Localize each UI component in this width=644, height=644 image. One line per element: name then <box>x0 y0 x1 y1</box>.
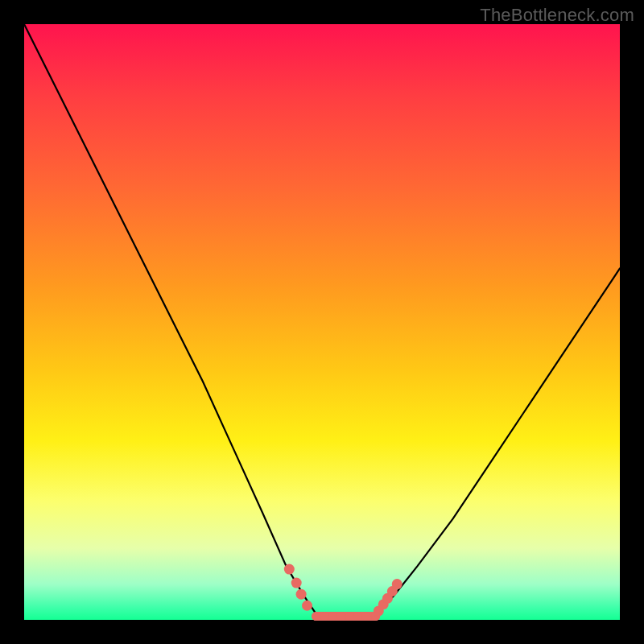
data-marker <box>312 612 320 621</box>
data-marker <box>371 612 380 621</box>
data-marker <box>345 612 354 621</box>
plot-area <box>24 24 620 620</box>
data-marker <box>328 612 337 621</box>
data-marker <box>353 612 362 621</box>
chart-frame: TheBottleneck.com <box>0 0 644 644</box>
data-marker <box>361 612 370 621</box>
curves-svg <box>24 24 620 620</box>
watermark-text: TheBottleneck.com <box>480 5 634 26</box>
data-marker <box>284 564 295 575</box>
data-marker <box>302 601 312 611</box>
markers-right-cluster <box>374 579 402 616</box>
data-marker <box>291 578 302 588</box>
data-marker <box>392 579 402 589</box>
left-branch-curve <box>24 24 316 614</box>
data-marker <box>320 612 328 621</box>
markers-left-cluster <box>284 564 312 611</box>
data-marker <box>336 612 345 621</box>
right-branch-curve <box>376 268 620 613</box>
data-marker <box>296 589 307 600</box>
